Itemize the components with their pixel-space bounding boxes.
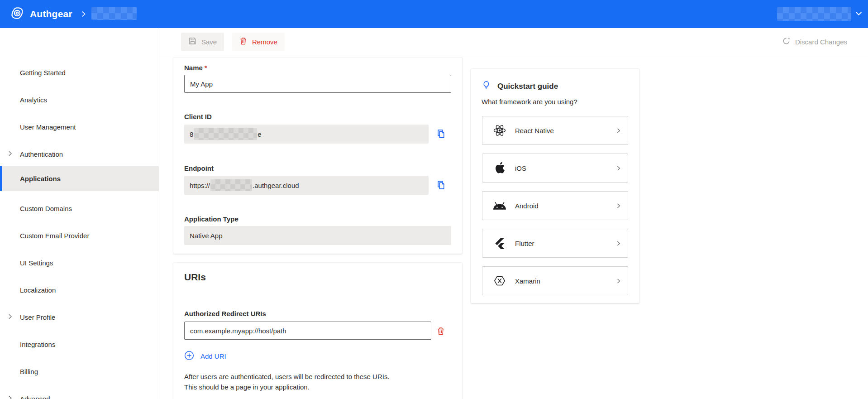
quickstart-subtitle: What framework are you using?: [482, 98, 577, 106]
sidebar-item-analytics[interactable]: Analytics: [0, 90, 159, 110]
xamarin-icon: [490, 274, 510, 287]
chevron-down-icon: [855, 10, 863, 19]
framework-button-ios[interactable]: iOS: [482, 154, 628, 183]
chevron-right-icon: [7, 150, 13, 158]
endpoint-label: Endpoint: [184, 164, 214, 172]
sidebar-item-user-profile[interactable]: User Profile: [0, 307, 159, 327]
quickstart-title: Quickstart guide: [497, 82, 558, 91]
discard-changes-button[interactable]: Discard Changes: [775, 33, 854, 51]
sidebar-item-advanced[interactable]: Advanced: [0, 389, 159, 399]
uris-heading: URIs: [184, 272, 206, 283]
project-name-redacted[interactable]: [91, 7, 137, 20]
react-icon: [490, 124, 510, 137]
framework-button-xamarin[interactable]: Xamarin: [482, 266, 628, 295]
lightbulb-icon: [482, 81, 491, 92]
framework-button-flutter[interactable]: Flutter: [482, 229, 628, 258]
copy-icon: [436, 129, 446, 139]
sidebar-item-applications[interactable]: Applications: [0, 166, 159, 191]
sidebar-item-billing[interactable]: Billing: [0, 361, 159, 381]
android-icon: [490, 201, 510, 210]
top-header-bar: Authgear: [0, 0, 868, 28]
add-uri-button[interactable]: Add URI: [184, 351, 226, 362]
name-input[interactable]: [184, 75, 451, 93]
copy-client-id-button[interactable]: [434, 127, 447, 140]
chevron-right-icon: [615, 240, 621, 248]
name-label: Name*: [184, 64, 207, 72]
floppy-disk-icon: [188, 37, 197, 47]
flutter-icon: [490, 238, 510, 249]
client-id-redacted: [194, 128, 257, 140]
sidebar-item-user-management[interactable]: User Management: [0, 117, 159, 137]
app-config-card: Name* Client ID 8e Endpoint https://.aut…: [173, 58, 462, 254]
endpoint-field: https://.authgear.cloud: [184, 176, 429, 195]
quickstart-card: Quickstart guide What framework are you …: [471, 69, 639, 303]
required-asterisk: *: [205, 64, 207, 72]
logo-link[interactable]: Authgear: [10, 0, 72, 28]
save-button[interactable]: Save: [181, 33, 224, 51]
chevron-right-icon: [7, 395, 13, 399]
app-window: Authgear Getting Started Analytics User …: [0, 0, 868, 399]
application-type-field: Native App: [184, 226, 451, 245]
authgear-logo-icon: [10, 6, 24, 22]
application-type-label: Application Type: [184, 215, 238, 223]
trash-icon: [239, 37, 248, 47]
sidebar-nav: Getting Started Analytics User Managemen…: [0, 28, 159, 399]
sidebar-item-integrations[interactable]: Integrations: [0, 334, 159, 354]
framework-button-android[interactable]: Android: [482, 191, 628, 220]
rotate-arrow-icon: [782, 37, 791, 47]
uris-card: URIs Authorized Redirect URIs Add URI Af…: [173, 263, 462, 399]
endpoint-redacted: [210, 179, 252, 191]
client-id-field: 8e: [184, 125, 429, 144]
apple-icon: [490, 162, 510, 174]
circle-plus-icon: [184, 351, 194, 362]
sidebar-item-getting-started[interactable]: Getting Started: [0, 62, 159, 82]
redirect-uris-help-text: After users are authenticated, users wil…: [184, 371, 390, 392]
sidebar-item-custom-email-provider[interactable]: Custom Email Provider: [0, 226, 159, 245]
redirect-uris-label: Authorized Redirect URIs: [184, 310, 266, 317]
account-menu[interactable]: [777, 0, 863, 28]
framework-button-react-native[interactable]: React Native: [482, 116, 628, 145]
trash-icon: [436, 327, 445, 336]
chevron-right-icon: [615, 202, 621, 211]
chevron-right-icon: [615, 278, 621, 286]
sidebar-item-localization[interactable]: Localization: [0, 280, 159, 300]
client-id-label: Client ID: [184, 113, 212, 120]
redirect-uri-input[interactable]: [184, 322, 431, 340]
breadcrumb-chevron-icon: [80, 10, 87, 19]
copy-icon: [436, 180, 446, 190]
chevron-right-icon: [615, 127, 621, 135]
sidebar-item-custom-domains[interactable]: Custom Domains: [0, 198, 159, 218]
sidebar-item-authentication[interactable]: Authentication: [0, 144, 159, 164]
sidebar-item-ui-settings[interactable]: UI Settings: [0, 253, 159, 273]
delete-uri-button[interactable]: [434, 325, 447, 337]
remove-button[interactable]: Remove: [232, 33, 285, 51]
copy-endpoint-button[interactable]: [434, 178, 447, 191]
chevron-right-icon: [7, 313, 13, 321]
app-name: Authgear: [30, 9, 72, 19]
chevron-right-icon: [615, 165, 621, 173]
account-name-redacted: [777, 7, 851, 21]
command-bar: Save Remove Discard Changes: [159, 28, 868, 55]
